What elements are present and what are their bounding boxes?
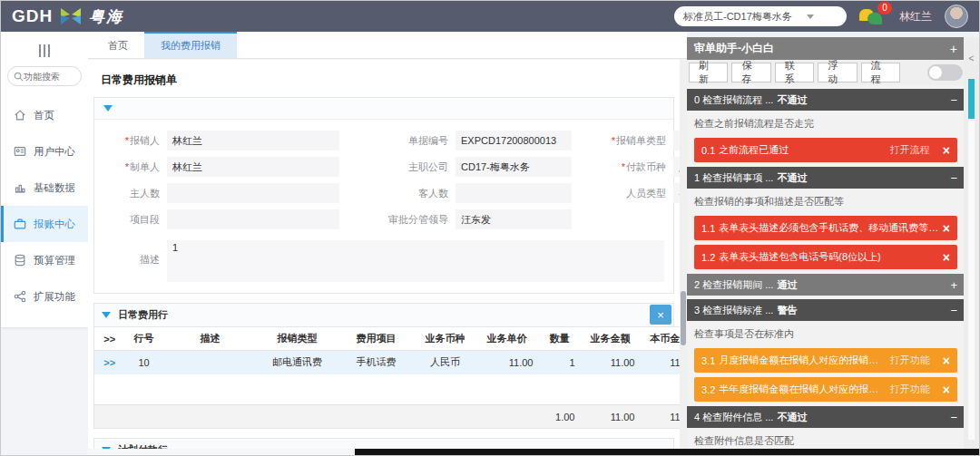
collapse-triangle-icon[interactable] [103,105,113,112]
section-description: 检查之前报销流程是否走完 [687,111,965,133]
dismiss-icon[interactable]: × [943,221,950,236]
sidebar-card: 首页 用户中心 基础数据 报账中心 预算管理 扩展功能 [1,32,88,327]
collapse-triangle-icon[interactable] [102,447,111,449]
open-function-link[interactable]: 打开功能 [890,383,930,396]
chevron-down-icon [807,15,814,19]
flow-button[interactable]: 流程 [861,63,900,82]
check-section-3: 3 检查报销标准 ...警告 − 检查事项是否在标准内 3.1 月度报销金额在报… [687,299,965,402]
contact-button[interactable]: 联系 [775,63,814,82]
bar-chart-icon [14,181,26,194]
expense-header-row: >>行号描述 报销类型费用项目业务币种 业务单价数量业务金额 本币金额 [94,327,681,351]
document-content: 日常费用报销单 *报销人 林红兰 单据编号 EXPCD17200800013 *… [88,60,680,449]
check-item[interactable]: 0.1 之前流程已通过 打开流程 × [694,138,957,162]
baoxiaoren-field[interactable]: 林红兰 [167,131,339,150]
tab-my-expense[interactable]: 我的费用报销 [144,32,237,58]
sidebar-item-user-center[interactable]: 用户中心 [1,133,88,170]
collapse-minus-icon[interactable]: − [950,171,957,185]
sidebar: 首页 用户中心 基础数据 报账中心 预算管理 扩展功能 [1,32,88,455]
zhurenshu-field[interactable] [167,183,339,203]
fukuanbizhong-field[interactable]: 人民币 [673,157,680,177]
description-row: 描述 1 [94,237,673,293]
sidebar-item-budget[interactable]: 预算管理 [1,242,88,278]
check-item[interactable]: 3.2 半年度报销金额在报销人对应的报销标准内 打开功能 × [694,377,957,402]
section-header[interactable]: 1 检查报销事项 ...不通过 − [687,167,965,189]
role-selector-value: 标准员工-CD17梅粤水务 [683,10,792,24]
zhidanren-field[interactable]: 林红兰 [167,157,339,177]
tab-home[interactable]: 首页 [92,32,144,58]
form-collapse-row [94,98,673,120]
section-header[interactable]: 4 检查附件信息 ...不通过 − [687,406,965,428]
page-title: 日常费用报销单 [93,60,674,97]
collapse-minus-icon[interactable]: − [950,304,957,317]
sidebar-item-base-data[interactable]: 基础数据 [1,170,88,206]
field-label: 单据编号 [347,134,448,148]
panel-scrollbar-track [968,121,975,440]
check-item[interactable]: 1.2 表单表头描述包含电话号码(8位以上) × [694,245,957,269]
description-textarea[interactable]: 1 [167,240,664,282]
field-label: 客人数 [347,187,448,200]
zhuzhigongsi-field[interactable]: CD17-梅粤水务 [456,157,572,177]
scrollbar-thumb[interactable] [681,291,686,345]
open-function-link[interactable]: 打开功能 [890,354,930,367]
open-flow-link[interactable]: 打开流程 [890,143,930,157]
function-search[interactable] [7,66,82,86]
user-avatar[interactable] [945,5,968,28]
header-form: *报销人 林红兰 单据编号 EXPCD17200800013 *报销单类型 日常… [94,120,673,237]
butterfly-logo-icon [60,7,82,25]
check-section-1: 1 检查报销事项 ...不通过 − 检查报销的事项和描述是否匹配等 1.1 表单… [687,167,965,269]
close-icon[interactable]: × [650,305,671,325]
audit-assistant-panel: 审单助手-小白白 + 刷新 保存 联系 浮动 流程 0 检查报销流程 ...不通… [687,37,965,449]
sidebar-item-reimburse-center[interactable]: 报账中心 [1,206,88,242]
horizontal-scrollbar[interactable] [355,449,979,455]
expand-row-button[interactable]: >> [94,351,125,374]
id-card-icon [14,145,26,158]
baoxiaodanleixing-field[interactable]: 日常费用报销单 [673,131,680,150]
assistant-toggle[interactable] [927,64,963,81]
search-input[interactable] [24,72,73,82]
check-item[interactable]: 1.1 表单表头描述必须包含手机话费、移动通讯费等文字说明 × [694,216,957,240]
field-label: *付款币种 [579,160,666,174]
section-header[interactable]: 3 检查报销标准 ...警告 − [687,299,965,321]
main-area: 首页 我的费用报销 日常费用报销单 *报销人 林红兰 单据编号 EXPCD172… [88,32,687,455]
expand-plus-icon[interactable]: + [950,278,957,292]
collapse-menu-button[interactable] [1,39,88,66]
add-icon[interactable]: + [950,42,957,56]
kerenshu-field[interactable] [456,183,572,203]
check-item[interactable]: 3.1 月度报销金额在报销人对应的报销标准内 打开功能 × [694,348,957,373]
panel-scrollbar-thumb[interactable] [968,79,975,119]
dismiss-icon[interactable]: × [943,143,950,158]
field-label: 主职公司 [347,160,448,174]
float-button[interactable]: 浮动 [818,63,857,82]
collapse-triangle-icon[interactable] [102,312,111,318]
sidebar-item-extensions[interactable]: 扩展功能 [1,278,88,315]
sidebar-item-home[interactable]: 首页 [1,97,88,133]
dismiss-icon[interactable]: × [943,354,950,368]
briefcase-icon [14,218,26,230]
brand-name: 粤海 [89,6,123,27]
shenpilingdao-field[interactable]: 汪东发 [456,209,572,229]
assistant-toolbar: 刷新 保存 联系 浮动 流程 [687,60,965,85]
current-username[interactable]: 林红兰 [899,9,932,24]
main-scrollbar[interactable] [680,60,687,449]
section-header[interactable]: 2 检查报销期间 ...通过 + [687,274,965,296]
sidebar-item-label: 报账中心 [34,218,75,231]
expense-table-row[interactable]: >> 10 邮电通讯费 手机话费 人民币 11.00 1 11.00 11.00 [94,351,681,374]
collapse-panel-icon[interactable]: < [964,37,979,63]
refresh-button[interactable]: 刷新 [689,63,728,82]
field-label: 主人数 [103,187,160,200]
empty-row [94,374,681,405]
section-header[interactable]: 0 检查报销流程 ...不通过 − [687,89,965,111]
dismiss-icon[interactable]: × [943,383,950,397]
collapse-minus-icon[interactable]: − [950,93,957,107]
save-button[interactable]: 保存 [731,63,770,82]
expense-totals-row: 1.00 11.00 11.00 [94,405,681,429]
dismiss-icon[interactable]: × [943,250,950,265]
field-label: *制单人 [103,160,160,174]
xiangmuduan-field[interactable] [167,209,339,229]
collapse-minus-icon[interactable]: − [950,411,957,424]
role-selector-dropdown[interactable]: 标准员工-CD17梅粤水务 [674,6,847,26]
messages-button[interactable]: 0 [859,5,887,27]
danjubianhao-field[interactable]: EXPCD17200800013 [456,131,572,150]
field-label: *报销单类型 [579,134,666,148]
renyuanleixing-field[interactable]: 粤海通用员工类型 [673,183,680,203]
